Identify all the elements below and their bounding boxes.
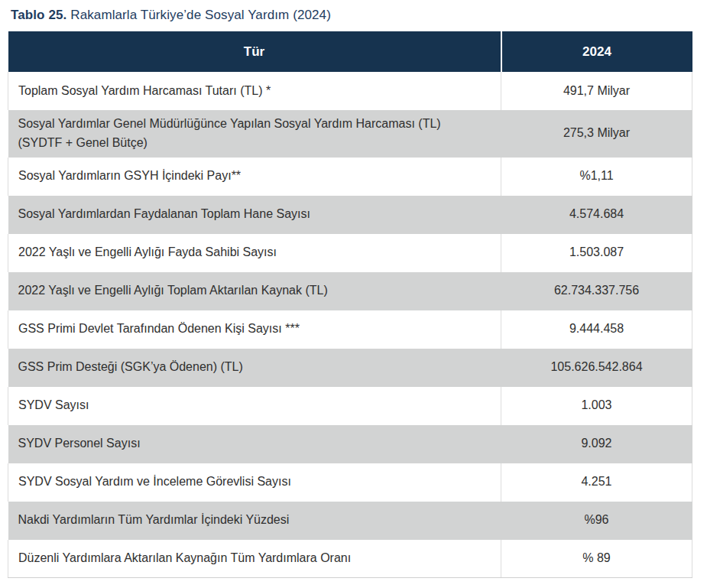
row-value: 105.626.542.864 [501, 349, 692, 387]
row-label-line1: Sosyal Yardımlar Genel Müdürlüğünce Yapı… [18, 115, 491, 134]
table-row: SYDV Sayısı 1.003 [8, 387, 692, 425]
table-row: Sosyal Yardımlardan Faydalanan Toplam Ha… [8, 196, 692, 234]
row-value: %96 [501, 502, 692, 540]
table-caption-title: Rakamlarla Türkiye’de Sosyal Yardım (202… [70, 8, 331, 22]
row-label: GSS Prim Desteği (SGK’ya Ödenen) (TL) [8, 349, 501, 387]
table-row: SYDV Personel Sayısı 9.092 [8, 425, 692, 463]
row-value: 62.734.337.756 [501, 272, 692, 310]
table-row: Nakdi Yardımların Tüm Yardımlar İçindeki… [8, 502, 692, 540]
table-row: 2022 Yaşlı ve Engelli Aylığı Fayda Sahib… [8, 234, 692, 272]
row-value: % 89 [501, 540, 692, 578]
row-label: SYDV Sayısı [8, 387, 501, 425]
table-row: Sosyal Yardımların GSYH İçindeki Payı** … [8, 158, 692, 196]
header-row: Tür 2024 [8, 31, 692, 72]
row-label: SYDV Personel Sayısı [8, 425, 501, 463]
table-row: SYDV Sosyal Yardım ve İnceleme Görevlisi… [8, 463, 692, 502]
row-label: 2022 Yaşlı ve Engelli Aylığı Toplam Akta… [8, 272, 501, 310]
table-row: Toplam Sosyal Yardım Harcaması Tutarı (T… [8, 72, 692, 110]
row-label: Toplam Sosyal Yardım Harcaması Tutarı (T… [8, 72, 501, 110]
row-label: Nakdi Yardımların Tüm Yardımlar İçindeki… [8, 502, 501, 540]
row-label-line2: (SYDTF + Genel Bütçe) [18, 134, 491, 153]
row-label: Sosyal Yardımlardan Faydalanan Toplam Ha… [8, 196, 501, 234]
row-label: SYDV Sosyal Yardım ve İnceleme Görevlisi… [8, 463, 501, 502]
row-value: 4.251 [501, 463, 692, 502]
row-value: %1,11 [501, 158, 692, 196]
row-value: 1.503.087 [501, 234, 692, 272]
table-row: GSS Prim Desteği (SGK’ya Ödenen) (TL) 10… [8, 349, 692, 387]
row-label: Sosyal Yardımların GSYH İçindeki Payı** [8, 158, 501, 196]
row-value: 9.444.458 [501, 310, 692, 349]
row-label: 2022 Yaşlı ve Engelli Aylığı Fayda Sahib… [8, 234, 501, 272]
row-value: 275,3 Milyar [501, 110, 692, 158]
row-label: GSS Primi Devlet Tarafından Ödenen Kişi … [8, 310, 501, 349]
row-value: 491,7 Milyar [501, 72, 692, 110]
table-row: GSS Primi Devlet Tarafından Ödenen Kişi … [8, 310, 692, 349]
table-row: 2022 Yaşlı ve Engelli Aylığı Toplam Akta… [8, 272, 692, 310]
report-page: Tablo 25.Rakamlarla Türkiye’de Sosyal Ya… [0, 0, 707, 578]
column-header-tur: Tür [8, 31, 501, 72]
row-value: 4.574.684 [501, 196, 692, 234]
row-label: Düzenli Yardımlara Aktarılan Kaynağın Tü… [8, 540, 501, 578]
table-caption: Tablo 25.Rakamlarla Türkiye’de Sosyal Ya… [11, 8, 692, 23]
social-assistance-table: Tür 2024 Toplam Sosyal Yardım Harcaması … [8, 31, 692, 578]
row-label: Sosyal Yardımlar Genel Müdürlüğünce Yapı… [8, 110, 501, 158]
table-row: Düzenli Yardımlara Aktarılan Kaynağın Tü… [8, 540, 692, 578]
table-row: Sosyal Yardımlar Genel Müdürlüğünce Yapı… [8, 110, 692, 158]
row-value: 1.003 [501, 387, 692, 425]
column-header-2024: 2024 [501, 31, 692, 72]
row-value: 9.092 [501, 425, 692, 463]
table-caption-number: Tablo 25. [11, 8, 66, 22]
